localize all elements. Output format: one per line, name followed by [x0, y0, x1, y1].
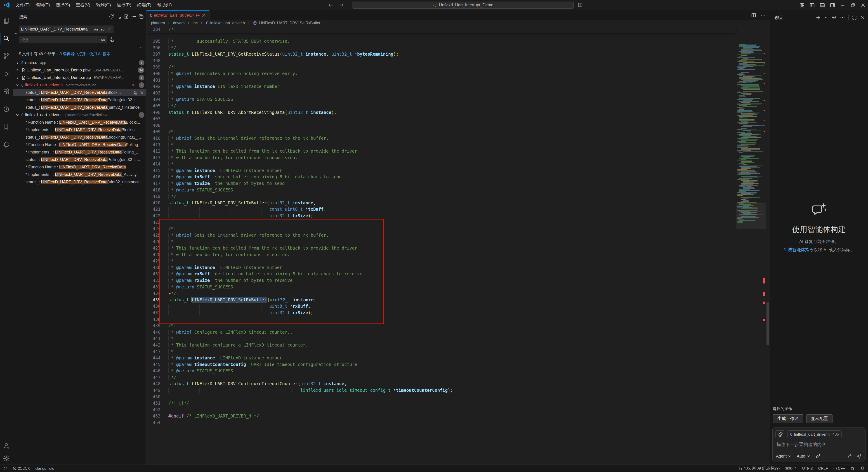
activity-settings[interactable] [0, 452, 13, 464]
chat-more-icon[interactable] [840, 15, 845, 20]
code-line[interactable]: 416 * @param txBuff source buffer contai… [147, 174, 737, 180]
code-line[interactable]: 412 * This function can be called from t… [147, 148, 737, 154]
match-result-row[interactable]: * Function Name : LINFlexD_UART_DRV_Rece… [13, 119, 147, 126]
code-line[interactable]: 443 * [147, 348, 737, 355]
chat-close-icon[interactable] [860, 15, 865, 20]
code-line[interactable]: 419 */ [147, 193, 737, 199]
file-result-row[interactable]: Linflexd_Uart_Interrupt_Demo.pbwEWARM\FL… [13, 66, 147, 74]
regex-icon[interactable]: .* [106, 27, 112, 32]
activity-history[interactable] [0, 103, 13, 115]
chat-input-card[interactable]: C linflexd_uart_driver.h:435 描述下一步要构建的内容… [772, 427, 866, 462]
remote-icon[interactable] [3, 466, 8, 471]
code-line[interactable]: 417 * @param txSize the number of bytes … [147, 180, 737, 187]
code-line[interactable]: 447 */ [147, 374, 737, 381]
sticky-scroll-line[interactable]: 384/*! [147, 26, 737, 33]
menu-h[interactable]: 帮助(H) [154, 0, 175, 10]
more-icon[interactable] [761, 13, 766, 18]
code-line[interactable]: 425 * @brief Sets the internal driver re… [147, 232, 737, 239]
code-line[interactable]: 435status_t LINFlexD_UART_DRV_SetRxBuffe… [147, 296, 737, 303]
collapse-all-icon[interactable] [138, 14, 144, 19]
breadcrumb-item[interactable]: drivers [173, 21, 184, 25]
code-line[interactable]: 408 [147, 122, 737, 129]
nav-back-icon[interactable] [328, 3, 333, 8]
code-line[interactable]: 411 * [147, 141, 737, 148]
ai-search-link[interactable]: 使用 AI 搜索 [89, 52, 111, 56]
language-mode[interactable]: { } C++ [833, 466, 845, 471]
code-line[interactable]: 406status_t LINFlexD_UART_DRV_AbortRecei… [147, 109, 737, 116]
menu-t[interactable]: 终端(T) [134, 0, 154, 10]
match-result-row[interactable]: status_t LINFlexD_UART_DRV_ReceiveDataBl… [13, 134, 147, 141]
code-line[interactable]: 396 */ [147, 44, 737, 51]
new-chat-icon[interactable] [816, 15, 821, 20]
window-close-button[interactable] [858, 0, 868, 10]
code-line[interactable]: 405 */ [147, 103, 737, 109]
generate-workspace-button[interactable]: 生成工作区 [773, 414, 803, 423]
encoding[interactable]: UTF-8 [802, 466, 813, 471]
code-line[interactable]: 415 * @param instance LINFlexD instance … [147, 167, 737, 174]
code-line[interactable]: 397status_t LINFlexD_UART_DRV_GetReceive… [147, 51, 737, 57]
tree-chevron-icon[interactable] [16, 76, 20, 80]
code-line[interactable]: 454 [147, 419, 737, 426]
replace-all-icon[interactable] [109, 37, 114, 42]
replace-input[interactable] [19, 37, 100, 42]
code-line[interactable]: 440 * @brief Configure a LINFlexD timeou… [147, 329, 737, 336]
breadcrumb-item[interactable]: LINFlexD_UART_DRV_SetRxBuffer [253, 21, 320, 25]
activity-accounts[interactable] [0, 440, 13, 452]
mode-dropdown[interactable]: Agent [776, 454, 792, 459]
file-result-row[interactable]: Clinflexd_uart_driver.hplatform\drivers\… [13, 82, 147, 89]
window-restore-button[interactable] [848, 0, 858, 10]
command-center-chat-icon[interactable] [578, 2, 583, 7]
chat-maximize-icon[interactable] [852, 15, 857, 20]
code-line[interactable]: 428 * with a new buffer, for continuous … [147, 251, 737, 258]
match-result-row[interactable]: status_t LINFlexD_UART_DRV_ReceiveData(u… [13, 178, 147, 186]
file-result-row[interactable]: Clinflexd_uart_driver.cplatform\drivers\… [13, 111, 147, 119]
open-in-editor-link[interactable]: 在编辑器中打开 [59, 52, 86, 56]
code-line[interactable]: 432 * @param rxSize the number of bytes … [147, 277, 737, 284]
match-case-icon[interactable]: Aa [93, 27, 99, 32]
code-line[interactable]: 437 uint32_t rxSize); [147, 310, 737, 316]
code-line[interactable]: 402 * @param instance LINFlexD instance … [147, 83, 737, 90]
code-line[interactable]: 448status_t LINFlexD_UART_DRV_ConfigureT… [147, 380, 737, 387]
view-as-tree-icon[interactable] [131, 14, 136, 19]
tools-icon[interactable] [815, 453, 821, 459]
code-line[interactable]: 431 * @param rxBuff destination buffer c… [147, 271, 737, 277]
menu-g[interactable]: 转到(G) [93, 0, 114, 10]
code-line[interactable]: 401 * [147, 77, 737, 84]
whole-word-icon[interactable]: ab [100, 27, 105, 32]
activity-extensions[interactable] [0, 86, 13, 97]
code-line[interactable]: 384/*! [147, 26, 737, 33]
activity-run-debug[interactable] [0, 68, 13, 80]
code-line[interactable]: 453#endif /* LINFlexD_UART_DRIVER_H */ [147, 413, 737, 419]
code-line[interactable]: 418 * @return STATUS_SUCCESS [147, 187, 737, 193]
dismiss-icon[interactable] [140, 90, 144, 95]
match-result-row[interactable]: * Implements : LINFlexD_UART_DRV_Receive… [13, 149, 147, 156]
window-minimize-button[interactable] [837, 0, 848, 10]
toggle-secondary-sidebar-icon[interactable] [827, 0, 837, 10]
open-in-editor-icon[interactable] [124, 14, 129, 19]
nav-forward-icon[interactable] [339, 3, 344, 8]
match-result-row[interactable]: * Function Name : LINFlexD_UART_DRV_Rece… [13, 141, 147, 149]
match-result-row[interactable]: status_t LINFlexD_UART_DRV_ReceiveDataBl… [13, 89, 147, 96]
customize-layout-icon[interactable] [797, 0, 807, 10]
code-line[interactable]: 438 [147, 316, 737, 322]
file-result-row[interactable]: Linflexd_Uart_Interrupt_Demo.mapEWARM\FL… [13, 74, 147, 82]
code-line[interactable]: 444 * @param instance LINFlexD instance … [147, 355, 737, 361]
replace-icon[interactable] [133, 90, 137, 95]
indent-setting[interactable]: 空格: 4 [785, 466, 797, 471]
model-dropdown[interactable]: Auto [797, 454, 810, 459]
match-result-row[interactable]: status_t LINFlexD_UART_DRV_ReceiveData(u… [13, 104, 147, 111]
file-result-row[interactable]: Cmain.capp1 [13, 59, 147, 66]
match-result-row[interactable]: * Implements : LINFlexD_UART_DRV_Receive… [13, 171, 147, 178]
vertical-scrollbar[interactable] [767, 303, 769, 345]
generate-instructions-link[interactable]: 生成智能体指令 [784, 247, 814, 252]
cursor-position[interactable]: 行 435, 列 39 (已选择29) [739, 466, 780, 471]
breadcrumb-item[interactable]: platform [151, 21, 165, 25]
tree-chevron-icon[interactable] [16, 68, 20, 72]
attach-context-button[interactable] [775, 431, 785, 438]
match-result-row[interactable]: status_t LINFlexD_UART_DRV_ReceiveDataPo… [13, 96, 147, 104]
code-line[interactable]: 398 [147, 57, 737, 64]
activity-search[interactable] [0, 33, 13, 44]
redirect-icon[interactable] [847, 453, 852, 459]
context-chip[interactable]: C linflexd_uart_driver.h:435 [787, 431, 842, 438]
toggle-replace-chevron-icon[interactable] [14, 31, 18, 36]
